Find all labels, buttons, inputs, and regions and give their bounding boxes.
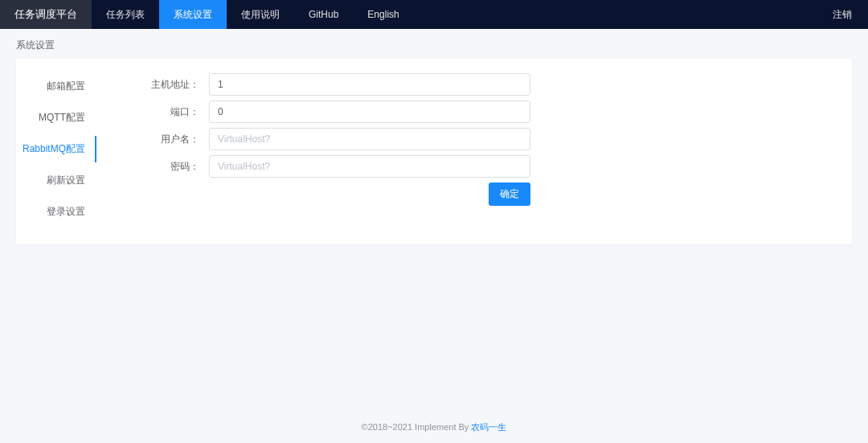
nav-system-settings[interactable]: 系统设置 (159, 0, 227, 29)
logout-link[interactable]: 注销 (833, 9, 852, 20)
user-label: 用户名： (129, 133, 209, 146)
breadcrumb: 系统设置 (0, 29, 868, 59)
sidebar-item-login[interactable]: 登录设置 (16, 199, 96, 225)
form-row-host: 主机地址： (129, 73, 530, 96)
sidebar-item-mqtt[interactable]: MQTT配置 (16, 105, 96, 131)
sidebar-item-email[interactable]: 邮箱配置 (16, 73, 96, 100)
submit-button[interactable]: 确定 (489, 183, 530, 206)
host-label: 主机地址： (129, 78, 209, 92)
nav-right: 注销 (833, 8, 868, 22)
form-row-user: 用户名： (129, 128, 530, 150)
nav-left: 任务调度平台 任务列表 系统设置 使用说明 GitHub English (0, 0, 414, 29)
navbar: 任务调度平台 任务列表 系统设置 使用说明 GitHub English 注销 (0, 0, 868, 29)
pass-label: 密码： (129, 160, 209, 174)
form-area: 主机地址： 端口： 用户名： 密码： 确定 (96, 67, 547, 236)
pass-input[interactable] (209, 155, 530, 178)
brand-title: 任务调度平台 (0, 0, 92, 29)
nav-english[interactable]: English (353, 0, 413, 29)
footer-link[interactable]: 农码一生 (471, 422, 506, 432)
host-input[interactable] (209, 73, 530, 96)
nav-usage[interactable]: 使用说明 (227, 0, 294, 29)
nav-task-list[interactable]: 任务列表 (92, 0, 159, 29)
settings-sidebar: 邮箱配置 MQTT配置 RabbitMQ配置 刷新设置 登录设置 (16, 67, 96, 236)
form-row-port: 端口： (129, 100, 530, 123)
sidebar-item-refresh[interactable]: 刷新设置 (16, 167, 96, 194)
sidebar-item-rabbitmq[interactable]: RabbitMQ配置 (16, 136, 96, 162)
nav-github[interactable]: GitHub (294, 0, 353, 29)
port-input[interactable] (209, 100, 530, 123)
settings-card: 邮箱配置 MQTT配置 RabbitMQ配置 刷新设置 登录设置 主机地址： 端… (16, 59, 852, 244)
footer: ©2018~2021 Implement By 农码一生 (0, 421, 868, 433)
footer-text: ©2018~2021 Implement By (362, 422, 472, 432)
form-actions: 确定 (129, 183, 530, 206)
user-input[interactable] (209, 128, 530, 150)
form-row-pass: 密码： (129, 155, 530, 178)
port-label: 端口： (129, 105, 209, 119)
